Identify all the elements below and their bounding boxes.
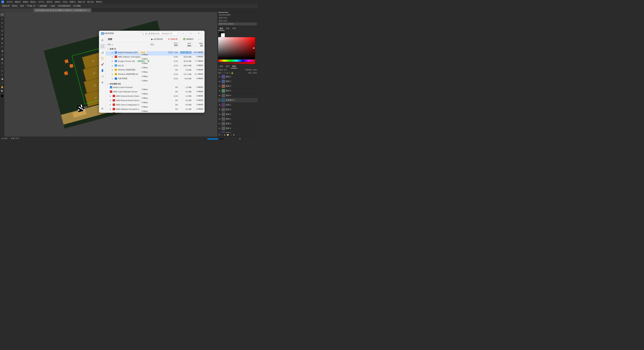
document-tab[interactable]: DSC016091.psb @ 23.3% (图层 3, RGB/16*) · … [34,8,92,12]
sidebar-settings[interactable]: ⚙ [100,106,105,111]
menu-help[interactable]: 帮助(H) [96,1,102,3]
expand-icon[interactable]: ▶ [112,69,113,71]
layer-row[interactable]: 👁 图层 6 [218,107,258,112]
layer-visibility-icon[interactable]: 👁 [218,80,221,82]
menu-edit[interactable]: 编辑(E) [15,1,21,3]
col-header-name[interactable]: 名称 ▲ [106,42,149,47]
tab-close-icon[interactable]: × [88,9,89,11]
tool-pen[interactable]: ✒ [0,69,4,73]
expand-icon[interactable]: ▶ [110,104,111,106]
bg-color[interactable] [221,33,225,37]
menu-window[interactable]: 窗口(W) [87,1,94,3]
tool-text[interactable]: T [0,73,4,77]
tool-zoom[interactable]: 🔍 [0,89,4,93]
layer-visibility-icon[interactable]: 👁 [218,123,221,125]
menu-file[interactable]: 文件(F) [7,1,13,3]
menu-3d[interactable]: 3D(D) [63,1,68,3]
expand-icon[interactable]: ▶ [112,65,113,66]
tab-swatches[interactable]: 色板 [224,27,231,30]
expand-icon[interactable]: ▶ [112,56,113,58]
layer-row[interactable]: 👁 图层 3 [218,131,258,133]
run-new-task-button[interactable]: ▶ 运行新任务 [150,37,165,41]
sidebar-users[interactable]: 👤 [100,68,105,73]
fill-value[interactable]: 100% [252,72,257,74]
blend-mode-value[interactable]: 正常 [224,69,244,71]
tool-move[interactable]: ↖ [0,13,4,16]
menu-filter[interactable]: 滤镜(T) [55,1,61,3]
layer-visibility-icon[interactable]: 👁 [218,113,221,115]
col-header-cpu[interactable]: CPU 13% [162,42,179,47]
menu-view[interactable]: 视图(V) [70,1,76,3]
tab-layers[interactable]: 图层 [231,64,237,68]
search-input[interactable] [145,32,176,34]
tool-shape[interactable]: □ [0,81,4,85]
tool-dodge[interactable]: ○ [0,65,4,69]
layer-row[interactable]: 👁 素景图片 2 [218,98,258,103]
tool-option-2[interactable]: 取样点 [11,4,18,7]
process-row-explorer[interactable]: ▶ W Windows 资源管理器 0% 3.9 MB 0 MB/秒 0 Mbp… [106,69,204,73]
lock-all[interactable]: 🔒 [231,72,234,74]
add-folder-btn[interactable]: 📁 [226,133,230,136]
layer-row[interactable]: 👁 图层 2 [218,79,258,84]
task-manager-search[interactable]: 🔍 [140,32,178,35]
process-row-amdgame[interactable]: ▶ A AMD Game Configuration S... 0% 0.8 M… [106,104,204,108]
layer-visibility-icon[interactable]: 👁 [218,127,221,129]
history-item[interactable]: 图层可见性 [218,19,257,22]
sidebar-app-history[interactable]: 📜 [100,56,105,61]
tool-fg-color[interactable] [1,94,4,98]
tool-path[interactable]: ⬢ [0,77,4,81]
expand-icon[interactable]: ▶ [110,100,111,101]
layer-visibility-icon[interactable]: 👁 [218,76,221,78]
sidebar-processes[interactable]: 📋 [100,43,105,49]
process-row-amdcrash[interactable]: A AMD Crash Defender Service 0% 0.1 MB 0… [106,90,204,95]
menu-plugins[interactable]: 增效工具 [78,1,85,3]
minimize-button[interactable]: ─ [179,31,187,36]
sidebar-performance[interactable]: 📊 [100,50,105,55]
layer-visibility-icon[interactable]: 👁 [218,94,221,96]
tool-brush[interactable]: 🖌 [0,41,4,44]
tool-blur[interactable]: ◎ [0,61,4,65]
layer-row[interactable]: 👁 图层 1 [218,117,258,121]
bg-section-title[interactable]: ▼ 后台进程 (59) [106,82,149,86]
close-button[interactable]: ✕ [195,31,202,36]
add-style-btn[interactable]: fx [218,133,220,136]
layer-row[interactable]: 👁 图层 5 [218,121,258,126]
lock-transparent[interactable]: □ [223,72,224,74]
layer-visibility-icon[interactable]: 👁 [218,118,221,120]
lock-artboard[interactable]: ⬡ [229,72,230,74]
tab-gradients[interactable]: 渐变 [231,27,237,30]
sidebar-hamburger[interactable]: ☰ [100,37,105,43]
tab-paths[interactable]: 路径 [224,64,231,68]
expand-icon[interactable]: ▶ [110,113,111,113]
tool-heal[interactable]: ✚ [0,37,4,40]
tool-option-3[interactable]: 暂停 [19,4,25,7]
process-row-explorer4[interactable]: ▶ W Windows 资源管理器 (4) 0.1% 127.1 MB 0.1 … [106,73,204,77]
tool-clone[interactable]: ✂ [0,45,4,49]
history-item[interactable]: 通过拷贝的图层 [218,13,257,16]
menu-layer[interactable]: 图层(L) [30,1,36,3]
tool-gradient[interactable]: ▣ [0,57,4,61]
layer-row[interactable]: 👁 图层 4 [218,93,258,98]
tab-channels[interactable]: 通道 [218,64,224,68]
col-header-status[interactable]: 状态 [149,42,162,47]
process-row-photoshop[interactable]: ▶ Ps Adobe Photoshop 2024 无响应 7.9% 19,18… [106,51,204,56]
add-layer-btn[interactable]: + [230,133,232,136]
apps-section-title[interactable]: ▼ 应用 (7) [106,47,149,51]
tab-color[interactable]: 颜色 [218,27,224,30]
layer-visibility-icon[interactable]: 👁 [218,85,221,87]
layer-row[interactable]: 👁 图层 1 [218,74,258,79]
process-row-taskmanager[interactable]: ▶ T 任务管理器 0.5% 49.3 MB 0 MB/秒 0 Mbps [106,77,204,82]
layer-visibility-icon[interactable]: 👁 [218,90,221,92]
menu-image[interactable]: 图像(I) [23,1,28,3]
menu-select[interactable]: 选择(S) [46,1,53,3]
end-task-button[interactable]: ✕ 结束任务 [166,37,180,41]
tool-object[interactable]: ⬡ [0,25,4,28]
col-header-disk[interactable]: 磁盘 2% [193,42,204,47]
menu-text[interactable]: 文字(Y) [38,1,44,3]
layer-row[interactable]: 👁 图层 2 [218,112,258,117]
layer-row[interactable]: 👁 图层 5 [218,88,258,93]
add-adjustment-btn[interactable]: ◑ [224,133,226,136]
tool-eyedrop[interactable]: ✎ [0,33,4,36]
lock-image[interactable]: ✎ [224,72,226,74]
layer-visibility-icon[interactable]: 👁 [218,104,221,106]
